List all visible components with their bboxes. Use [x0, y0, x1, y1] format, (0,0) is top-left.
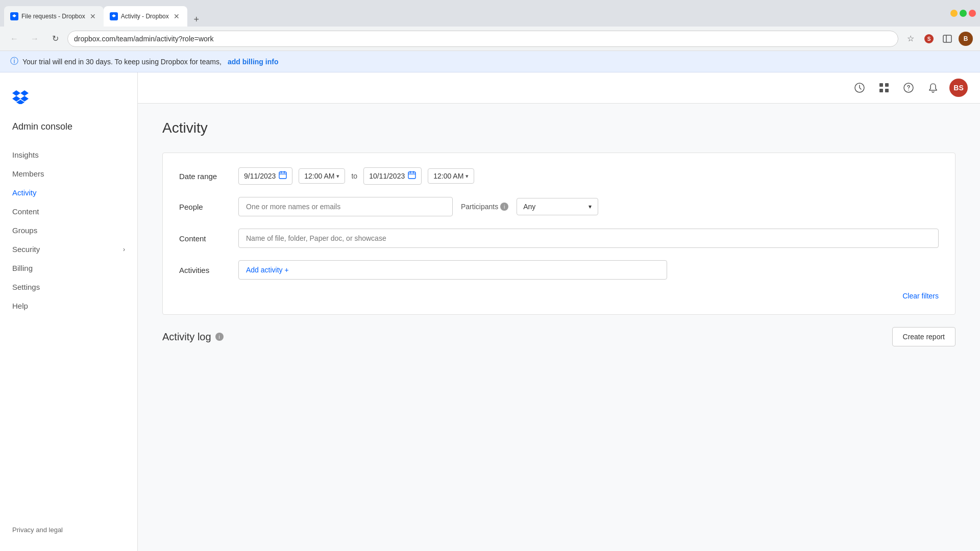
profile-menu-button[interactable]: B: [958, 31, 974, 47]
activities-label: Activities: [179, 266, 230, 274]
content-label: Content: [12, 207, 39, 216]
activities-row: Activities Add activity +: [179, 260, 939, 280]
tab-label-2: Activity - Dropbox: [121, 13, 169, 20]
svg-rect-9: [879, 89, 883, 92]
security-label: Security: [12, 245, 40, 254]
activity-log-info-icon[interactable]: i: [215, 333, 224, 341]
top-bar: BS: [138, 72, 980, 104]
tab-close-1[interactable]: ✕: [88, 12, 97, 21]
start-time-value: 12:00 AM: [304, 172, 334, 180]
svg-rect-4: [943, 35, 951, 42]
banner-info-icon: ⓘ: [10, 56, 18, 67]
svg-rect-13: [279, 172, 286, 179]
sidebar-item-help[interactable]: Help: [0, 296, 137, 315]
tab-favicon-2: [110, 12, 118, 20]
tab-activity[interactable]: Activity - Dropbox ✕: [104, 6, 187, 27]
date-range-label: Date range: [179, 172, 230, 181]
add-activity-button[interactable]: Add activity +: [238, 260, 667, 280]
any-chevron-icon: ▾: [589, 203, 592, 210]
profile-avatar-nav[interactable]: B: [959, 32, 973, 46]
activity-log-title-text: Activity log: [162, 331, 211, 343]
tab-file-requests[interactable]: File requests - Dropbox ✕: [4, 6, 104, 27]
people-label: People: [179, 203, 230, 211]
help-icon-button[interactable]: [900, 80, 917, 96]
browser-chrome: File requests - Dropbox ✕ Activity - Dro…: [0, 0, 980, 27]
start-date-picker[interactable]: 9/11/2023: [238, 167, 292, 185]
svg-rect-17: [408, 172, 415, 179]
to-separator: to: [351, 172, 357, 180]
tab-favicon-1: [10, 12, 18, 20]
activity-log-header: Activity log i Create report: [162, 327, 955, 346]
maximize-button[interactable]: □: [960, 10, 967, 17]
end-time-chevron-icon: ▾: [465, 173, 469, 180]
members-label: Members: [12, 169, 44, 178]
start-date-value: 9/11/2023: [244, 172, 276, 180]
end-date-calendar-icon: [408, 171, 416, 181]
add-activity-label: Add activity +: [246, 266, 289, 274]
sidebar-item-settings[interactable]: Settings: [0, 278, 137, 296]
window-controls: − □ ✕: [950, 10, 976, 17]
participants-label-text: Participants: [461, 203, 498, 211]
user-avatar-button[interactable]: BS: [949, 79, 968, 97]
sidebar-item-security[interactable]: Security ›: [0, 240, 137, 259]
sidebar: Admin console Insights Members Activity …: [0, 72, 138, 551]
admin-console-title: Admin console: [0, 116, 137, 137]
svg-point-12: [908, 90, 909, 91]
extensions-button[interactable]: S: [921, 31, 937, 47]
end-time-value: 12:00 AM: [433, 172, 463, 180]
banner-text: Your trial will end in 30 days. To keep …: [22, 58, 222, 66]
start-date-calendar-icon: [279, 171, 287, 181]
sidebar-item-activity[interactable]: Activity: [0, 183, 137, 202]
back-button[interactable]: ←: [6, 31, 22, 47]
svg-rect-7: [879, 83, 883, 87]
start-time-chevron-icon: ▾: [336, 173, 339, 180]
date-range-inputs: 9/11/2023 12:00 AM ▾ to 10/11/2023: [238, 167, 474, 185]
dropbox-logo-icon: [12, 88, 29, 106]
grid-icon-button[interactable]: [876, 80, 892, 96]
clear-filters-button[interactable]: Clear filters: [902, 292, 939, 300]
security-chevron-icon: ›: [123, 246, 125, 253]
tab-close-2[interactable]: ✕: [172, 12, 181, 21]
sidebar-item-billing[interactable]: Billing: [0, 259, 137, 278]
svg-rect-10: [885, 89, 889, 92]
content-input[interactable]: [238, 229, 939, 248]
participants-type-select[interactable]: Any ▾: [517, 198, 598, 215]
date-range-row: Date range 9/11/2023 12:00 AM ▾ to: [179, 167, 939, 185]
tab-label-1: File requests - Dropbox: [21, 13, 85, 20]
insights-label: Insights: [12, 151, 39, 159]
sidebar-item-content[interactable]: Content: [0, 202, 137, 221]
activity-log-section: Activity log i Create report: [162, 327, 955, 346]
participants-info-icon[interactable]: i: [500, 203, 508, 211]
sidebar-toggle-button[interactable]: [939, 31, 955, 47]
minimize-button[interactable]: −: [950, 10, 958, 17]
clock-icon-button[interactable]: [851, 80, 868, 96]
svg-text:S: S: [927, 36, 931, 42]
url-bar[interactable]: dropbox.com/team/admin/activity?role=wor…: [67, 31, 898, 47]
new-tab-button[interactable]: +: [189, 12, 204, 27]
forward-button[interactable]: →: [27, 31, 43, 47]
activity-log-title-wrap: Activity log i: [162, 331, 224, 343]
end-date-value: 10/11/2023: [369, 172, 405, 180]
page-content: Activity Date range 9/11/2023 1: [138, 104, 980, 371]
people-input[interactable]: [238, 197, 453, 216]
help-label: Help: [12, 302, 28, 310]
sidebar-item-groups[interactable]: Groups: [0, 221, 137, 240]
bookmark-button[interactable]: ☆: [902, 31, 919, 47]
privacy-legal-link[interactable]: Privacy and legal: [0, 518, 137, 542]
app-layout: Admin console Insights Members Activity …: [0, 72, 980, 551]
end-time-picker[interactable]: 12:00 AM ▾: [428, 168, 474, 184]
bell-icon-button[interactable]: [925, 80, 941, 96]
svg-rect-8: [885, 83, 889, 87]
filter-actions: Clear filters: [179, 292, 939, 300]
close-button[interactable]: ✕: [969, 10, 976, 17]
people-row: People Participants i Any ▾: [179, 197, 939, 216]
billing-link[interactable]: add billing info: [228, 58, 279, 66]
sidebar-logo[interactable]: [0, 83, 137, 116]
billing-label: Billing: [12, 264, 33, 272]
sidebar-item-members[interactable]: Members: [0, 164, 137, 183]
start-time-picker[interactable]: 12:00 AM ▾: [299, 168, 345, 184]
end-date-picker[interactable]: 10/11/2023: [363, 167, 422, 185]
create-report-button[interactable]: Create report: [892, 327, 955, 346]
reload-button[interactable]: ↻: [47, 31, 63, 47]
sidebar-item-insights[interactable]: Insights: [0, 145, 137, 164]
